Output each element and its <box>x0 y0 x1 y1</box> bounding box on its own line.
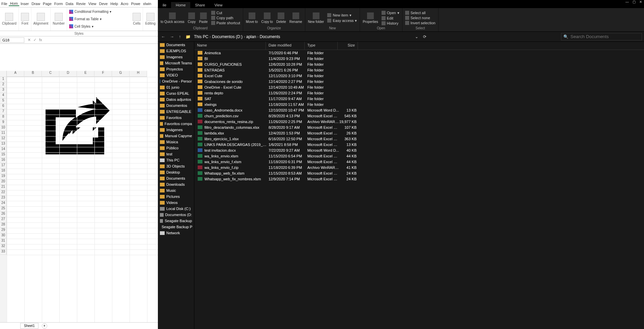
excel-tab-file[interactable]: File <box>0 2 9 6</box>
row-header-31[interactable]: 31 <box>0 239 7 244</box>
excel-tab-draw[interactable]: Draw <box>30 2 41 6</box>
editing-group[interactable]: Editing <box>143 7 158 31</box>
sheet-tab[interactable]: Sheet1 <box>20 323 38 329</box>
file-row[interactable]: OneDrive - Excel Cute12/14/2020 10:49 AM… <box>194 84 644 90</box>
tree-item[interactable]: VIDEO <box>158 72 194 78</box>
file-row[interactable]: documentos_renta_resina.zip11/26/2020 2:… <box>194 119 644 124</box>
row-header-4[interactable]: 4 <box>0 93 7 98</box>
paste-shortcut-button[interactable]: Paste shortcut <box>211 21 240 25</box>
copy-path-button[interactable]: Copy path <box>211 16 240 20</box>
row-header-18[interactable]: 18 <box>0 169 7 174</box>
row-header-23[interactable]: 23 <box>0 196 7 201</box>
tree-item[interactable]: Network <box>158 230 194 236</box>
tree-item[interactable]: Curso EPEAL <box>158 90 194 96</box>
delete-button[interactable]: Delete <box>276 12 286 24</box>
cells-area[interactable] <box>7 77 158 322</box>
file-row[interactable]: BI11/4/2020 9:23 PMFile folder <box>194 56 644 61</box>
breadcrumb-item[interactable]: Documentos (D:) <box>212 34 243 39</box>
file-row[interactable]: ENTRADAS1/5/2021 6:26 PMFile folder <box>194 67 644 73</box>
tree-item[interactable]: This PC <box>158 157 194 163</box>
add-sheet-button[interactable]: + <box>42 323 47 329</box>
row-header-7[interactable]: 7 <box>0 109 7 115</box>
excel-tab-hom[interactable]: Hom <box>9 1 19 6</box>
select-all-button[interactable]: Select all <box>405 11 436 15</box>
maximize-button[interactable]: ▢ <box>631 0 637 5</box>
tree-item[interactable]: Documents <box>158 175 194 181</box>
file-row[interactable]: Excel Cute12/11/2020 3:10 PMFile folder <box>194 73 644 79</box>
file-row[interactable]: Animotica7/1/2020 6:46 PMFile folder <box>194 50 644 56</box>
row-header-14[interactable]: 14 <box>0 147 7 152</box>
explorer-tab-view[interactable]: View <box>210 2 227 8</box>
file-row[interactable]: renta depto11/26/2020 2:24 PMFile folder <box>194 90 644 96</box>
tree-item[interactable]: Proyectos <box>158 66 194 72</box>
cell-styles-button[interactable]: Cell Styles▾ <box>69 24 129 28</box>
spreadsheet-grid[interactable]: 1234567891011121314151617181920212223242… <box>0 71 158 322</box>
breadcrumb-item[interactable]: This PC <box>194 34 208 39</box>
excel-tab-form[interactable]: Form <box>53 2 64 6</box>
back-button[interactable]: ← <box>160 34 167 39</box>
file-row[interactable]: test invitacion.docx7/22/2020 9:27 AMMic… <box>194 147 644 153</box>
move-to-button[interactable]: Move to <box>246 12 258 24</box>
tree-item[interactable]: Downloads <box>158 181 194 187</box>
excel-tab-xlwin[interactable]: xlwin <box>142 2 152 6</box>
clipboard-group[interactable]: Clipboard <box>0 7 19 31</box>
open-button[interactable]: Open▾ <box>382 11 399 15</box>
file-row[interactable]: xlwings11/18/2020 11:57 AMFile folder <box>194 101 644 107</box>
row-header-3[interactable]: 3 <box>0 88 7 93</box>
column-headers[interactable]: Name Date modified Type Size <box>194 42 644 50</box>
col-header-H[interactable]: H <box>130 71 147 77</box>
tree-item[interactable]: Desktop <box>158 169 194 175</box>
file-row[interactable]: wa_links_envio_f.zip11/18/2020 6:39 PMAr… <box>194 164 644 170</box>
cut-button[interactable]: Cut <box>211 11 240 15</box>
cancel-formula-icon[interactable]: ✕ <box>28 38 31 42</box>
font-group[interactable]: Font <box>19 7 31 31</box>
file-row[interactable]: wa_links_envio_f.xlsm11/18/2020 6:31 PMM… <box>194 159 644 164</box>
row-header-27[interactable]: 27 <box>0 217 7 222</box>
paste-button[interactable]: Paste <box>199 12 208 24</box>
row-header-26[interactable]: 26 <box>0 212 7 217</box>
copy-to-button[interactable]: Copy to <box>261 12 273 24</box>
tree-item[interactable]: OneDrive - Persor <box>158 78 194 84</box>
up-button[interactable]: ↑ <box>177 34 182 39</box>
row-header-30[interactable]: 30 <box>0 233 7 239</box>
easy-access-button[interactable]: Easy access▾ <box>327 19 357 23</box>
row-header-11[interactable]: 11 <box>0 131 7 136</box>
pin-quick-access-button[interactable]: to Quick access <box>161 12 185 24</box>
row-header-28[interactable]: 28 <box>0 222 7 228</box>
tree-item[interactable]: ENTREGABLE <box>158 109 194 115</box>
file-list[interactable]: Name Date modified Type Size Animotica7/… <box>194 42 644 329</box>
file-row[interactable]: wa_links_envio.xlsm11/15/2020 6:54 PMMic… <box>194 153 644 159</box>
excel-tab-help[interactable]: Help <box>109 2 119 6</box>
explorer-tab-home[interactable]: Home <box>171 2 190 8</box>
row-header-8[interactable]: 8 <box>0 115 7 120</box>
invert-selection-button[interactable]: Invert selection <box>405 21 436 25</box>
date-header[interactable]: Date modified <box>266 42 305 50</box>
history-dropdown[interactable]: ⌄ <box>414 34 420 39</box>
row-header-21[interactable]: 21 <box>0 185 7 190</box>
forward-button[interactable]: → <box>169 34 175 39</box>
file-row[interactable]: LINKS PARA DESCARGAS (2019_10_02 16_...1… <box>194 142 644 147</box>
explorer-tab-ile[interactable]: ile <box>158 2 171 8</box>
excel-tab-revie[interactable]: Revie <box>75 2 87 6</box>
navigation-tree[interactable]: DocumentsEJEMPLOSImagenesMicrosoft Teams… <box>158 42 194 329</box>
select-none-button[interactable]: Select none <box>405 16 436 20</box>
tree-item[interactable]: Imagenes <box>158 54 194 60</box>
row-header-19[interactable]: 19 <box>0 174 7 179</box>
tree-item[interactable]: Documentos <box>158 102 194 109</box>
search-box[interactable]: 🔍 <box>561 33 642 40</box>
row-header-9[interactable]: 9 <box>0 120 7 125</box>
rename-button[interactable]: Rename <box>289 12 302 24</box>
col-header-G[interactable]: G <box>112 71 130 77</box>
row-header-33[interactable]: 33 <box>0 249 7 255</box>
tree-item[interactable]: 3D Objects <box>158 163 194 169</box>
tree-item[interactable]: Favoritos compa <box>158 121 194 127</box>
new-folder-button[interactable]: New folder <box>308 12 324 24</box>
file-row[interactable]: libro_ejercicio_1.xlsx6/16/2020 12:50 PM… <box>194 136 644 142</box>
tree-item[interactable]: Videos <box>158 200 194 206</box>
excel-tab-acro[interactable]: Acro <box>119 2 130 6</box>
excel-tab-view[interactable]: View <box>87 2 98 6</box>
row-header-15[interactable]: 15 <box>0 152 7 158</box>
row-header-10[interactable]: 10 <box>0 125 7 131</box>
excel-tab-data[interactable]: Data <box>64 2 75 6</box>
tree-item[interactable]: Música <box>158 139 194 145</box>
